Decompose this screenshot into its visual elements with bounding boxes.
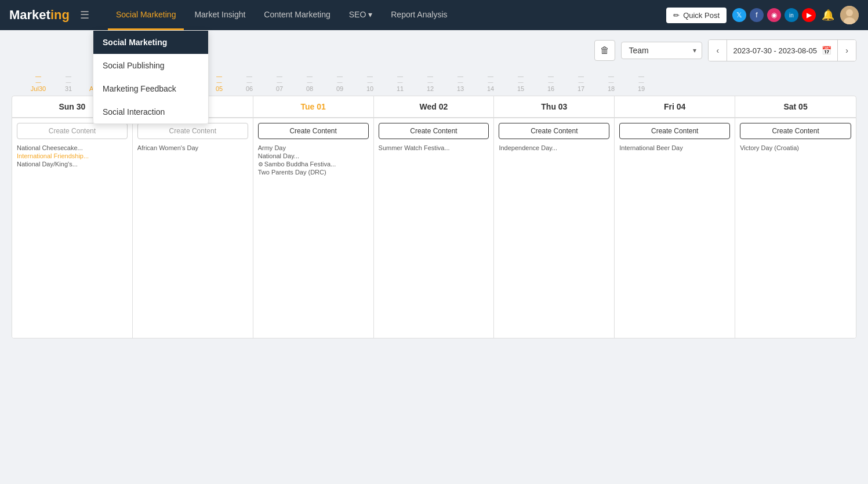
timeline-date-17: —17: [566, 73, 596, 92]
cal-header-fri04: Fri 04: [615, 96, 735, 117]
event-cheesecake: National Cheesecake...: [17, 144, 128, 152]
create-content-tue01[interactable]: Create Content: [258, 123, 369, 139]
create-content-thu03[interactable]: Create Content: [499, 123, 609, 139]
dropdown-item-marketing-feedback[interactable]: Marketing Feedback: [93, 77, 208, 100]
trash-icon: 🗑: [600, 45, 609, 56]
avatar[interactable]: [840, 6, 859, 24]
nav-report-analysis[interactable]: Report Analysis: [383, 0, 455, 30]
calendar: Sun 30 Mon 31 Tue 01 Wed 02 Thu 03 Fri 0…: [12, 96, 856, 339]
events-sat05: Victory Day (Croatia): [740, 144, 851, 152]
social-icons: 𝕏 f ◉ in ▶: [732, 8, 816, 22]
events-mon31: African Women's Day: [137, 144, 248, 152]
create-content-fri04[interactable]: Create Content: [619, 123, 730, 139]
timeline-date-19: —19: [626, 73, 656, 92]
create-content-sun30[interactable]: Create Content: [17, 123, 128, 139]
cal-cell-wed02: Create Content Summer Watch Festiva...: [374, 118, 495, 338]
next-date-button[interactable]: ›: [837, 40, 856, 61]
event-summer-watch: Summer Watch Festiva...: [379, 144, 489, 152]
event-beer-day: International Beer Day: [619, 144, 730, 152]
timeline-date-15: —15: [506, 73, 536, 92]
timeline-date-jul30: —Jul30: [23, 73, 53, 92]
navbar: Marketing ☰ Social Marketing Market Insi…: [0, 0, 868, 30]
timeline-date-16: —16: [536, 73, 566, 92]
cal-cell-fri04: Create Content International Beer Day: [615, 118, 735, 338]
trash-button[interactable]: 🗑: [594, 40, 615, 61]
prev-date-button[interactable]: ‹: [709, 40, 727, 61]
nav-social-marketing[interactable]: Social Marketing: [108, 0, 184, 30]
timeline-date-13: —13: [445, 73, 475, 92]
dropdown-menu: Social Marketing Social Publishing Marke…: [93, 30, 209, 124]
facebook-icon[interactable]: f: [750, 8, 764, 22]
event-two-parents: Two Parents Day (DRC): [258, 168, 369, 176]
timeline-date-07: —07: [264, 73, 295, 92]
brand-logo: Marketing: [9, 8, 70, 23]
nav-market-insight[interactable]: Market Insight: [186, 0, 253, 30]
date-range-display: 2023-07-30 - 2023-08-05 📅: [727, 40, 837, 61]
cal-cell-tue01: Create Content Army Day National Day... …: [253, 118, 374, 338]
nav-content-marketing[interactable]: Content Marketing: [256, 0, 338, 30]
linkedin-icon[interactable]: in: [785, 8, 798, 22]
cal-header-thu03: Thu 03: [494, 96, 615, 117]
timeline-date-14: —14: [475, 73, 506, 92]
svg-point-1: [846, 9, 853, 16]
timeline-date-18: —18: [596, 73, 626, 92]
events-wed02: Summer Watch Festiva...: [379, 144, 489, 152]
team-select[interactable]: Team My Team All Teams: [621, 42, 702, 59]
create-content-wed02[interactable]: Create Content: [379, 123, 489, 139]
events-fri04: International Beer Day: [619, 144, 730, 152]
timeline-date-31: —31: [53, 73, 83, 92]
event-national-day-tue: National Day...: [258, 152, 369, 160]
team-select-wrapper: Team My Team All Teams ▾: [621, 42, 702, 59]
create-content-sat05[interactable]: Create Content: [740, 123, 851, 139]
timeline-date-06: —06: [234, 73, 264, 92]
event-african-womens: African Women's Day: [137, 144, 248, 152]
timeline-date-10: —10: [355, 73, 385, 92]
twitter-icon[interactable]: 𝕏: [732, 8, 746, 22]
nav-right: ✏ Quick Post 𝕏 f ◉ in ▶ 🔔: [666, 6, 859, 24]
pencil-icon: ✏: [673, 11, 680, 20]
event-victory-day: Victory Day (Croatia): [740, 144, 851, 152]
quick-post-button[interactable]: ✏ Quick Post: [666, 8, 727, 23]
timeline-date-12: —12: [415, 73, 445, 92]
event-independence-day: Independence Day...: [499, 144, 609, 152]
cal-cell-sun30: Create Content National Cheesecake... In…: [12, 118, 133, 338]
notification-bell-icon[interactable]: 🔔: [822, 9, 834, 21]
events-sun30: National Cheesecake... International Fri…: [17, 144, 128, 168]
calendar-body: Create Content National Cheesecake... In…: [12, 118, 856, 338]
timeline-date-11: —11: [385, 73, 415, 92]
cal-header-wed02: Wed 02: [374, 96, 495, 117]
dropdown-item-social-interaction[interactable]: Social Interaction: [93, 100, 208, 123]
event-sambo-buddha: Sambo Buddha Festiva...: [258, 160, 369, 168]
brand: Marketing ☰: [9, 6, 94, 24]
cal-header-sat05: Sat 05: [735, 96, 856, 117]
nav-seo[interactable]: SEO ▾: [341, 0, 380, 30]
cal-header-tue01: Tue 01: [253, 96, 374, 117]
event-friendship: International Friendship...: [17, 152, 128, 160]
timeline-date-08: —08: [295, 73, 325, 92]
dropdown-item-social-publishing[interactable]: Social Publishing: [93, 54, 208, 77]
cal-cell-thu03: Create Content Independence Day...: [494, 118, 615, 338]
events-thu03: Independence Day...: [499, 144, 609, 152]
nav-links: Social Marketing Market Insight Content …: [108, 0, 666, 30]
create-content-mon31[interactable]: Create Content: [137, 123, 248, 139]
date-nav: ‹ 2023-07-30 - 2023-08-05 📅 ›: [708, 39, 856, 61]
cal-cell-sat05: Create Content Victory Day (Croatia): [735, 118, 856, 338]
hamburger-icon[interactable]: ☰: [75, 6, 94, 24]
dropdown-item-social-marketing[interactable]: Social Marketing: [93, 31, 208, 54]
cal-cell-mon31: Create Content African Women's Day: [133, 118, 253, 338]
timeline-date-09: —09: [325, 73, 355, 92]
calendar-icon: 📅: [822, 46, 831, 55]
event-national-day-kings: National Day/King's...: [17, 160, 128, 168]
events-tue01: Army Day National Day... Sambo Buddha Fe…: [258, 144, 369, 176]
event-army-day: Army Day: [258, 144, 369, 152]
youtube-icon[interactable]: ▶: [802, 8, 816, 22]
instagram-icon[interactable]: ◉: [767, 8, 781, 22]
